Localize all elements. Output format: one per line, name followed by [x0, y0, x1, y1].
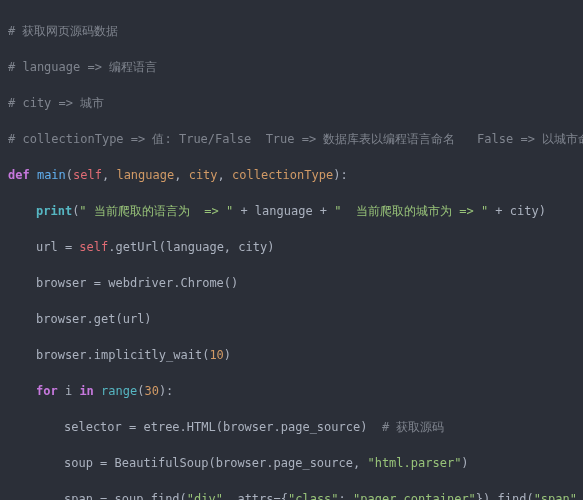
code-line: url = self.getUrl(language, city)	[8, 238, 583, 256]
comment-line: # language => 编程语言	[8, 58, 583, 76]
comment-line: # city => 城市	[8, 94, 583, 112]
code-line: browser.get(url)	[8, 310, 583, 328]
code-line: browser = webdriver.Chrome()	[8, 274, 583, 292]
code-line: browser.implicitly_wait(10)	[8, 346, 583, 364]
code-line: span = soup.find("div", attrs={"class": …	[8, 490, 583, 500]
code-line: def main(self, language, city, collectio…	[8, 166, 583, 184]
comment-line: # collectionType => 值: True/False True =…	[8, 130, 583, 148]
code-line: soup = BeautifulSoup(browser.page_source…	[8, 454, 583, 472]
code-line: for i in range(30):	[8, 382, 583, 400]
code-editor[interactable]: # 获取网页源码数据 # language => 编程语言 # city => …	[0, 0, 583, 500]
comment-line: # 获取网页源码数据	[8, 22, 583, 40]
code-line: selector = etree.HTML(browser.page_sourc…	[8, 418, 583, 436]
code-line: print(" 当前爬取的语言为 => " + language + " 当前爬…	[8, 202, 583, 220]
